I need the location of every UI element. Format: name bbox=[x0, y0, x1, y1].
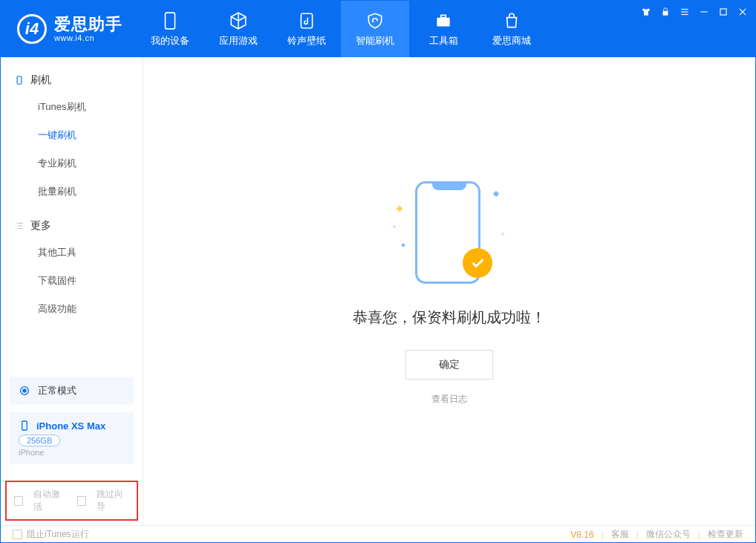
view-log-link[interactable]: 查看日志 bbox=[431, 393, 467, 406]
sidebar-item-pro-flash[interactable]: 专业刷机 bbox=[1, 149, 143, 178]
wechat-link[interactable]: 微信公众号 bbox=[646, 528, 691, 541]
tab-apps-games[interactable]: 应用游戏 bbox=[204, 1, 273, 57]
sidebar: 刷机 iTunes刷机 一键刷机 专业刷机 批量刷机 更多 其他工具 下载固件 … bbox=[1, 57, 143, 525]
sidebar-item-batch-flash[interactable]: 批量刷机 bbox=[1, 178, 143, 206]
app-name: 爱思助手 bbox=[54, 16, 123, 33]
support-link[interactable]: 客服 bbox=[611, 528, 629, 541]
app-body: 刷机 iTunes刷机 一键刷机 专业刷机 批量刷机 更多 其他工具 下载固件 … bbox=[1, 57, 755, 525]
device-capacity: 256GB bbox=[19, 435, 60, 446]
app-header: i4 爱思助手 www.i4.cn 我的设备 应用游戏 铃声壁纸 智能刷机 工具… bbox=[1, 1, 755, 57]
logo-text: 爱思助手 www.i4.cn bbox=[54, 16, 123, 42]
tshirt-icon[interactable] bbox=[641, 7, 651, 17]
success-illustration bbox=[397, 177, 501, 288]
svg-rect-1 bbox=[301, 13, 312, 28]
cube-icon bbox=[228, 10, 249, 31]
device-panel: 正常模式 iPhone XS Max 256GB iPhone bbox=[10, 377, 134, 464]
svg-rect-6 bbox=[681, 11, 688, 12]
device-mode-box[interactable]: 正常模式 bbox=[10, 377, 134, 405]
highlighted-checkbox-row: 自动激活 跳过向导 bbox=[5, 481, 138, 521]
sidebar-item-download-firmware[interactable]: 下载固件 bbox=[1, 267, 143, 295]
sidebar-group-label: 更多 bbox=[30, 219, 51, 233]
tab-store[interactable]: 爱思商城 bbox=[478, 1, 546, 57]
tab-label: 爱思商城 bbox=[492, 34, 531, 48]
tab-label: 铃声壁纸 bbox=[287, 34, 326, 48]
skip-guide-checkbox[interactable] bbox=[77, 496, 86, 506]
sidebar-group-label: 刷机 bbox=[30, 74, 51, 87]
menu-icon[interactable] bbox=[680, 7, 690, 17]
svg-rect-8 bbox=[700, 11, 707, 12]
sidebar-item-onekey-flash[interactable]: 一键刷机 bbox=[1, 121, 143, 149]
logo-area: i4 爱思助手 www.i4.cn bbox=[1, 1, 136, 57]
tab-label: 工具箱 bbox=[429, 34, 458, 48]
sync-icon bbox=[19, 385, 30, 397]
auto-activate-checkbox[interactable] bbox=[14, 496, 23, 506]
tab-smart-flash[interactable]: 智能刷机 bbox=[341, 1, 409, 57]
list-icon bbox=[14, 221, 25, 231]
refresh-shield-icon bbox=[365, 10, 385, 31]
svg-rect-2 bbox=[437, 18, 449, 27]
device-mode-text: 正常模式 bbox=[38, 384, 76, 397]
check-badge-icon bbox=[463, 248, 492, 278]
skip-guide-label: 跳过向导 bbox=[97, 488, 129, 513]
lock-icon[interactable] bbox=[660, 7, 671, 17]
svg-rect-7 bbox=[681, 14, 688, 15]
phone-icon bbox=[160, 10, 180, 31]
device-info-box[interactable]: iPhone XS Max 256GB iPhone bbox=[10, 412, 134, 464]
tab-my-device[interactable]: 我的设备 bbox=[136, 1, 204, 57]
svg-rect-11 bbox=[17, 77, 22, 85]
briefcase-icon bbox=[433, 10, 454, 31]
svg-rect-9 bbox=[720, 9, 726, 15]
app-url: www.i4.cn bbox=[54, 33, 123, 42]
main-tabs: 我的设备 应用游戏 铃声壁纸 智能刷机 工具箱 爱思商城 bbox=[136, 1, 546, 57]
sidebar-group-more: 更多 bbox=[1, 213, 143, 238]
tab-ringtones-wallpapers[interactable]: 铃声壁纸 bbox=[273, 1, 341, 57]
sidebar-item-other-tools[interactable]: 其他工具 bbox=[1, 238, 143, 267]
svg-rect-0 bbox=[166, 13, 175, 29]
sidebar-group-flash: 刷机 bbox=[1, 68, 143, 93]
close-icon[interactable] bbox=[737, 7, 748, 17]
svg-rect-14 bbox=[22, 421, 27, 430]
bag-icon bbox=[501, 10, 522, 31]
svg-rect-3 bbox=[441, 15, 446, 17]
maximize-icon[interactable] bbox=[718, 7, 729, 17]
block-itunes-label: 阻止iTunes运行 bbox=[27, 528, 89, 541]
phone-small-icon bbox=[14, 75, 25, 85]
tab-label: 我的设备 bbox=[151, 34, 189, 48]
footer-left: 阻止iTunes运行 bbox=[13, 528, 89, 541]
tab-label: 智能刷机 bbox=[356, 34, 394, 48]
device-name: iPhone XS Max bbox=[36, 420, 105, 432]
block-itunes-checkbox[interactable] bbox=[13, 530, 22, 539]
sidebar-item-advanced[interactable]: 高级功能 bbox=[1, 295, 143, 323]
sidebar-item-itunes-flash[interactable]: iTunes刷机 bbox=[1, 93, 143, 121]
minimize-icon[interactable] bbox=[699, 7, 709, 17]
footer: 阻止iTunes运行 V8.16 | 客服 | 微信公众号 | 检查更新 bbox=[1, 525, 755, 543]
success-message: 恭喜您，保资料刷机成功啦！ bbox=[353, 308, 546, 328]
version-label: V8.16 bbox=[570, 530, 593, 540]
svg-rect-4 bbox=[663, 11, 668, 16]
auto-activate-label: 自动激活 bbox=[33, 488, 66, 513]
confirm-button[interactable]: 确定 bbox=[405, 350, 493, 380]
device-type: iPhone bbox=[19, 448, 125, 457]
music-file-icon bbox=[296, 10, 317, 31]
check-update-link[interactable]: 检查更新 bbox=[708, 528, 743, 541]
tab-toolbox[interactable]: 工具箱 bbox=[409, 1, 478, 57]
main-content: 恭喜您，保资料刷机成功啦！ 确定 查看日志 bbox=[143, 57, 755, 525]
logo-icon: i4 bbox=[17, 14, 47, 44]
device-icon bbox=[19, 420, 30, 432]
svg-rect-5 bbox=[681, 9, 688, 10]
tab-label: 应用游戏 bbox=[219, 34, 258, 48]
svg-point-13 bbox=[23, 389, 26, 392]
footer-right: V8.16 | 客服 | 微信公众号 | 检查更新 bbox=[570, 528, 743, 541]
